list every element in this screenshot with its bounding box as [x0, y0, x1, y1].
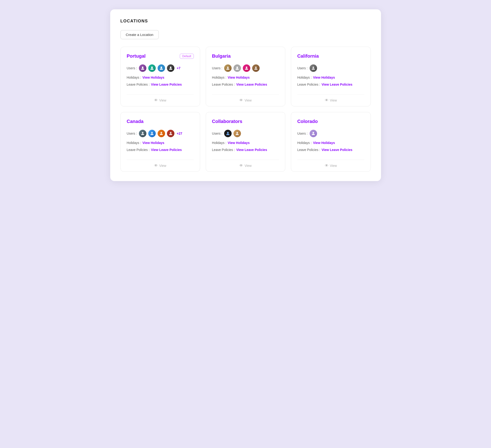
users-avatars-colorado: [309, 129, 318, 138]
avatar-4-portugal: [167, 64, 175, 72]
card-header-colorado: Colorado: [297, 119, 364, 124]
page-title: LOCATIONS: [121, 19, 371, 24]
card-title-california: California: [297, 54, 319, 59]
holidays-label-colorado: Holidays :: [297, 141, 312, 145]
policies-row-portugal: Leave Policies : View Leave Policies: [127, 82, 194, 86]
users-label-collaborators: Users :: [212, 132, 222, 135]
app-container: LOCATIONS Create a Location Portugal Def…: [110, 9, 381, 181]
view-button-canada[interactable]: 👁 View: [127, 160, 194, 172]
users-label-california: Users :: [297, 66, 308, 70]
view-policies-link-collaborators[interactable]: View Leave Policies: [236, 148, 267, 152]
avatar-3-portugal: [157, 64, 166, 72]
create-location-button[interactable]: Create a Location: [121, 30, 159, 39]
svg-point-14: [236, 132, 238, 133]
view-holidays-link-collaborators[interactable]: View Holidays: [228, 141, 250, 145]
users-avatars-bulgaria: [224, 64, 260, 72]
holidays-label-canada: Holidays :: [127, 141, 141, 145]
holidays-label-bulgaria: Holidays :: [212, 76, 226, 79]
view-holidays-link-bulgaria[interactable]: View Holidays: [228, 76, 250, 79]
policies-label-canada: Leave Policies :: [127, 148, 150, 152]
svg-point-15: [312, 132, 314, 133]
view-button-bulgaria[interactable]: 👁 View: [212, 94, 279, 106]
location-card-canada: Canada Users : +27: [121, 112, 200, 172]
avatar-1-california: [309, 64, 318, 72]
avatar-1-collaborators: [224, 129, 232, 138]
card-header-portugal: Portugal Default: [127, 54, 194, 59]
users-label-bulgaria: Users :: [212, 66, 222, 70]
avatar-2-bulgaria: [233, 64, 241, 72]
avatar-2-collaborators: [233, 129, 241, 138]
view-holidays-link-california[interactable]: View Holidays: [313, 76, 335, 79]
cards-grid: Portugal Default Users :: [121, 47, 371, 172]
eye-icon-colorado: 👁: [325, 164, 329, 168]
users-row-bulgaria: Users :: [212, 64, 279, 72]
holidays-row-portugal: Holidays : View Holidays: [127, 76, 194, 79]
holidays-row-canada: Holidays : View Holidays: [127, 141, 194, 145]
holidays-row-collaborators: Holidays : View Holidays: [212, 141, 279, 145]
view-label-portugal: View: [159, 99, 166, 102]
users-label-canada: Users :: [127, 132, 137, 135]
svg-point-12: [170, 132, 172, 133]
policies-label-colorado: Leave Policies :: [297, 148, 320, 152]
view-holidays-link-canada[interactable]: View Holidays: [142, 141, 164, 145]
avatar-count-portugal: +7: [177, 66, 180, 70]
users-row-portugal: Users : +7: [127, 64, 194, 72]
view-holidays-link-colorado[interactable]: View Holidays: [313, 141, 335, 145]
location-card-california: California Users : Holidays : View Holid…: [291, 47, 370, 106]
card-header-bulgaria: Bulgaria: [212, 54, 279, 59]
svg-point-6: [246, 66, 247, 68]
location-card-bulgaria: Bulgaria Users :: [206, 47, 285, 106]
users-label-colorado: Users :: [297, 132, 308, 135]
location-card-colorado: Colorado Users : Holidays : View Holiday…: [291, 112, 370, 172]
holidays-label-portugal: Holidays :: [127, 76, 141, 79]
eye-icon-california: 👁: [325, 98, 329, 102]
svg-point-13: [227, 132, 229, 133]
svg-point-11: [161, 132, 162, 133]
view-button-colorado[interactable]: 👁 View: [297, 160, 364, 172]
card-title-collaborators: Collaborators: [212, 119, 242, 124]
svg-point-3: [170, 66, 172, 68]
view-policies-link-bulgaria[interactable]: View Leave Policies: [236, 82, 267, 86]
view-button-portugal[interactable]: 👁 View: [127, 94, 194, 106]
view-policies-link-portugal[interactable]: View Leave Policies: [151, 82, 182, 86]
holidays-row-colorado: Holidays : View Holidays: [297, 141, 364, 145]
holidays-label-california: Holidays :: [297, 76, 312, 79]
users-row-california: Users :: [297, 64, 364, 72]
avatar-2-canada: [148, 129, 156, 138]
card-title-canada: Canada: [127, 119, 144, 124]
view-policies-link-california[interactable]: View Leave Policies: [321, 82, 352, 86]
card-title-colorado: Colorado: [297, 119, 318, 124]
avatar-1-canada: [138, 129, 147, 138]
location-card-collaborators: Collaborators Users : Holidays : View Ho…: [206, 112, 285, 172]
view-button-collaborators[interactable]: 👁 View: [212, 160, 279, 172]
users-row-collaborators: Users :: [212, 129, 279, 138]
policies-label-portugal: Leave Policies :: [127, 82, 150, 86]
svg-point-5: [236, 66, 238, 68]
eye-icon-canada: 👁: [154, 164, 158, 168]
users-avatars-collaborators: [224, 129, 241, 138]
avatar-1-portugal: [138, 64, 147, 72]
view-label-canada: View: [159, 164, 166, 167]
svg-point-10: [151, 132, 153, 133]
users-avatars-canada: +27: [138, 129, 182, 138]
card-header-california: California: [297, 54, 364, 59]
eye-icon-collaborators: 👁: [239, 164, 243, 168]
holidays-row-california: Holidays : View Holidays: [297, 76, 364, 79]
view-holidays-link-portugal[interactable]: View Holidays: [142, 76, 164, 79]
view-label-colorado: View: [330, 164, 337, 167]
svg-point-0: [142, 66, 144, 68]
avatar-4-bulgaria: [252, 64, 260, 72]
policies-row-collaborators: Leave Policies : View Leave Policies: [212, 148, 279, 152]
avatar-4-canada: [167, 129, 175, 138]
policies-row-california: Leave Policies : View Leave Policies: [297, 82, 364, 86]
avatar-3-canada: [157, 129, 166, 138]
policies-label-collaborators: Leave Policies :: [212, 148, 235, 152]
card-header-canada: Canada: [127, 119, 194, 124]
view-label-collaborators: View: [245, 164, 251, 167]
view-policies-link-colorado[interactable]: View Leave Policies: [321, 148, 352, 152]
default-badge-portugal: Default: [180, 54, 194, 59]
view-label-california: View: [330, 99, 337, 102]
view-policies-link-canada[interactable]: View Leave Policies: [151, 148, 182, 152]
view-button-california[interactable]: 👁 View: [297, 94, 364, 106]
view-label-bulgaria: View: [245, 99, 251, 102]
